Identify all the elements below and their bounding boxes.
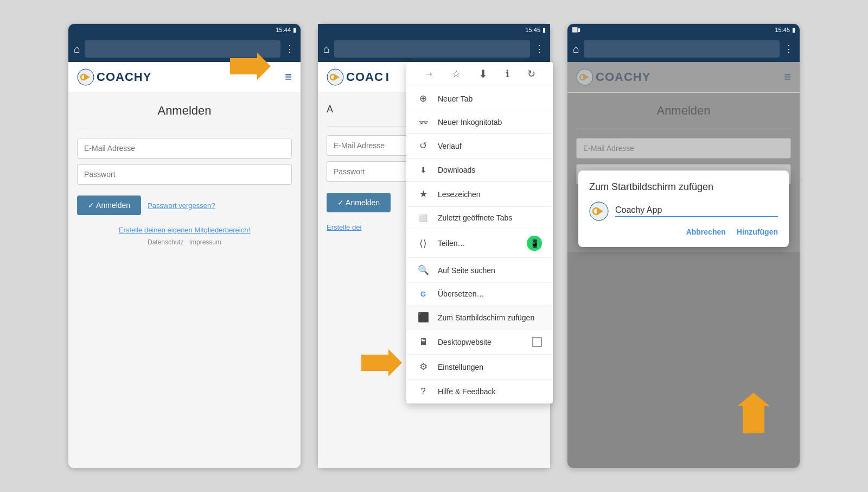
coachy-logo-3: COACHY [576, 68, 650, 86]
status-bar-3: ⬜▮ 15:45 ▮ [567, 24, 800, 36]
add-to-home-dialog: Zum Startbildschirm zufügen Coachy App A… [578, 171, 789, 247]
menu-item-hilfe[interactable]: ? Hilfe & Feedback [406, 380, 553, 403]
startbildschirm-icon: ⬛ [417, 312, 429, 323]
btn-row-1: ✓ Anmelden Passwort vergessen? [77, 195, 292, 215]
menu-item-neuer-tab[interactable]: ⊕ Neuer Tab [406, 86, 553, 111]
email-input-1[interactable] [77, 138, 292, 159]
menu-dots-1[interactable]: ⋮ [285, 43, 295, 55]
cancel-button[interactable]: Abbrechen [686, 228, 726, 236]
chrome-nav-3: ⌂ ⋮ [567, 36, 800, 62]
dialog-app-icon-svg [589, 201, 609, 221]
screenshots-container: 15:44 ▮ ⌂ ⋮ COACHY ≡ Anmelden [0, 0, 868, 492]
status-time-3: 15:45 [775, 27, 790, 33]
desktop-checkbox[interactable] [532, 337, 542, 347]
menu-item-teilen[interactable]: ⟨⟩ Teilen… 📱 [406, 229, 553, 258]
lesezeichen-icon: ★ [417, 188, 429, 200]
menu-item-startbildschirm[interactable]: ⬛ Zum Startbildschirm zufügen [406, 305, 553, 330]
home-icon-1: ⌂ [74, 43, 80, 55]
menu-item-inkognito[interactable]: 👓 Neuer Inkognitotab [406, 111, 553, 134]
address-bar-3[interactable] [584, 40, 780, 58]
menu-dots-2[interactable]: ⋮ [534, 43, 545, 55]
privacy-link-1[interactable]: Datenschutz [148, 238, 184, 246]
footer-links-1: Datenschutz Impressum [77, 238, 292, 246]
phone-3: ⬜▮ 15:45 ▮ ⌂ ⋮ COACHY ≡ [567, 23, 800, 469]
home-icon-2: ⌂ [323, 43, 330, 55]
toolbar-refresh-icon[interactable]: ↻ [527, 68, 535, 80]
address-bar-2[interactable] [334, 40, 530, 58]
toolbar-info-icon[interactable]: ℹ [506, 68, 509, 80]
toolbar-bookmark-icon[interactable]: ☆ [452, 68, 461, 80]
home-icon-3: ⌂ [573, 43, 579, 55]
phone-2: 15:45 ▮ ⌂ ⋮ COAC I A [317, 23, 551, 469]
coachy-logo-1: COACHY [77, 68, 151, 86]
app-content-1: Anmelden ✓ Anmelden Passwort vergessen? … [68, 93, 301, 468]
menu-item-letzte-tabs[interactable]: ⬜ Zuletzt geöffnete Tabs [406, 207, 553, 229]
register-link-1[interactable]: Erstelle deinen eigenen Mitgliederbereic… [77, 226, 292, 234]
arrow-right-2 [350, 346, 405, 381]
downloads-label: Downloads [438, 166, 475, 174]
startbildschirm-label: Zum Startbildschirm zufügen [438, 313, 534, 322]
suchen-icon: 🔍 [417, 264, 429, 276]
status-signal-3: ⬜▮ [572, 27, 580, 33]
logo-text-1: COACHY [97, 70, 151, 84]
hamburger-3: ≡ [784, 70, 791, 84]
battery-icon-3: ▮ [792, 27, 795, 34]
suchen-label: Auf Seite suchen [438, 266, 495, 275]
hamburger-1[interactable]: ≡ [285, 70, 292, 84]
logo-text-3: COACHY [596, 70, 650, 84]
login-btn-1[interactable]: ✓ Anmelden [77, 195, 141, 215]
logo-icon-svg-1 [77, 68, 94, 86]
menu-item-desktop[interactable]: 🖥 Desktopwebsite [406, 330, 553, 355]
dialog-app-name: Coachy App [615, 205, 778, 217]
page-title-1: Anmelden [77, 104, 292, 118]
divider-3 [576, 129, 791, 129]
hilfe-icon: ? [417, 386, 429, 397]
teilen-label: Teilen… [438, 239, 465, 248]
dropdown-menu: → ☆ ⬇ ℹ ↻ ⊕ Neuer Tab 👓 Neuer Inkognitot… [406, 62, 553, 403]
letzte-tabs-icon: ⬜ [417, 214, 429, 222]
status-bar-1: 15:44 ▮ [68, 24, 301, 36]
downloads-icon: ⬇ [417, 165, 429, 175]
menu-dots-3[interactable]: ⋮ [784, 43, 794, 55]
app-header-3: COACHY ≡ [567, 62, 800, 93]
dialog-title: Zum Startbildschirm zufügen [589, 181, 778, 193]
status-time-1: 15:44 [276, 27, 291, 33]
imprint-link-1[interactable]: Impressum [189, 238, 221, 246]
password-input-1[interactable] [77, 164, 292, 185]
whatsapp-badge: 📱 [527, 236, 542, 251]
desktop-label: Desktopwebsite [438, 338, 492, 346]
uebersetzen-label: Übersetzen… [438, 289, 484, 298]
desktop-icon: 🖥 [417, 337, 429, 348]
status-time-2: 15:45 [525, 27, 540, 33]
arrow-up-3 [735, 390, 773, 446]
svg-marker-7 [361, 349, 402, 376]
page-title-3: Anmelden [576, 104, 791, 118]
inkognito-icon: 👓 [417, 118, 429, 127]
dimmed-content: COACHY ≡ Anmelden Datenschutz Impressum [567, 62, 800, 468]
menu-item-downloads[interactable]: ⬇ Downloads [406, 159, 553, 182]
neuer-tab-label: Neuer Tab [438, 94, 473, 103]
divider-1 [77, 129, 292, 129]
menu-item-einstellungen[interactable]: ⚙ Einstellungen [406, 355, 553, 380]
menu-item-suchen[interactable]: 🔍 Auf Seite suchen [406, 258, 553, 283]
login-btn-2[interactable]: ✓ Anmelden [327, 193, 391, 212]
menu-item-verlauf[interactable]: ↺ Verlauf [406, 134, 553, 159]
logo-icon-svg-2 [327, 68, 344, 86]
verlauf-label: Verlauf [438, 142, 462, 150]
lesezeichen-label: Lesezeichen [438, 190, 481, 199]
add-button[interactable]: Hinzufügen [737, 228, 778, 236]
teilen-icon: ⟨⟩ [417, 238, 429, 249]
email-input-3 [576, 138, 791, 159]
coachy-logo-2: COAC I [327, 68, 389, 86]
menu-item-uebersetzen[interactable]: G Übersetzen… [406, 283, 553, 305]
svg-marker-3 [230, 53, 271, 80]
dialog-buttons: Abbrechen Hinzufügen [589, 228, 778, 236]
einstellungen-label: Einstellungen [438, 363, 483, 371]
toolbar-forward-icon[interactable]: → [424, 68, 434, 80]
verlauf-icon: ↺ [417, 140, 429, 152]
arrow-right-1 [219, 50, 273, 85]
toolbar-download-icon[interactable]: ⬇ [478, 67, 488, 80]
status-bar-2: 15:45 ▮ [318, 24, 550, 36]
menu-item-lesezeichen[interactable]: ★ Lesezeichen [406, 182, 553, 207]
forgot-link-1[interactable]: Passwort vergessen? [148, 201, 215, 210]
